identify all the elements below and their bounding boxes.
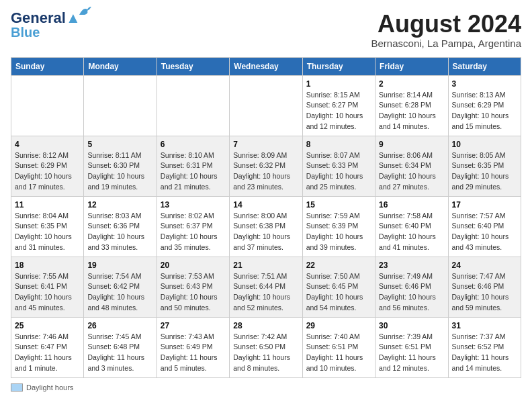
day-number: 14 [233,200,298,210]
calendar-cell: 31Sunrise: 7:37 AMSunset: 6:52 PMDayligh… [448,317,521,377]
calendar-cell: 1Sunrise: 8:15 AMSunset: 6:27 PMDaylight… [302,75,375,136]
logo-text: General▲ [11,9,81,26]
day-number: 31 [452,321,517,330]
calendar-header-row: SundayMondayTuesdayWednesdayThursdayFrid… [11,57,521,75]
day-number: 26 [87,321,152,330]
logo-blue-text: Blue [11,26,40,39]
calendar-cell: 6Sunrise: 8:10 AMSunset: 6:31 PMDaylight… [157,136,229,196]
calendar-col-wednesday: Wednesday [230,57,302,75]
calendar-col-friday: Friday [375,57,448,75]
calendar-cell [157,75,229,136]
day-info: Sunrise: 7:39 AMSunset: 6:51 PMDaylight:… [379,332,444,374]
calendar-cell: 3Sunrise: 8:13 AMSunset: 6:29 PMDaylight… [448,75,521,136]
calendar-cell: 18Sunrise: 7:55 AMSunset: 6:41 PMDayligh… [11,257,84,317]
calendar-cell: 4Sunrise: 8:12 AMSunset: 6:29 PMDaylight… [11,136,84,196]
calendar-cell [84,75,157,136]
day-info: Sunrise: 8:11 AMSunset: 6:30 PMDaylight:… [87,150,152,193]
day-number: 30 [379,321,444,330]
day-info: Sunrise: 7:49 AMSunset: 6:46 PMDaylight:… [379,271,444,314]
day-number: 28 [233,321,298,330]
day-number: 8 [306,140,371,149]
day-info: Sunrise: 8:05 AMSunset: 6:35 PMDaylight:… [452,150,517,193]
day-number: 9 [379,140,444,149]
day-info: Sunrise: 7:51 AMSunset: 6:44 PMDaylight:… [233,271,298,314]
calendar-cell: 29Sunrise: 7:40 AMSunset: 6:51 PMDayligh… [302,317,375,377]
calendar-cell: 9Sunrise: 8:06 AMSunset: 6:34 PMDaylight… [375,136,448,196]
calendar-table: SundayMondayTuesdayWednesdayThursdayFrid… [11,57,521,378]
calendar-cell: 26Sunrise: 7:45 AMSunset: 6:48 PMDayligh… [84,317,157,377]
day-info: Sunrise: 7:37 AMSunset: 6:52 PMDaylight:… [452,332,517,374]
day-number: 1 [306,79,371,89]
day-number: 3 [452,79,517,89]
calendar-cell: 13Sunrise: 8:02 AMSunset: 6:37 PMDayligh… [157,196,229,257]
page-header: General▲ Blue August 2024 Bernasconi, La… [11,11,521,49]
day-number: 10 [452,140,517,149]
day-number: 15 [306,200,371,210]
day-number: 12 [87,200,152,210]
day-info: Sunrise: 8:15 AMSunset: 6:27 PMDaylight:… [306,90,371,132]
calendar-week-5: 25Sunrise: 7:46 AMSunset: 6:47 PMDayligh… [11,317,521,377]
day-number: 19 [87,261,152,270]
calendar-cell: 23Sunrise: 7:49 AMSunset: 6:46 PMDayligh… [375,257,448,317]
day-number: 21 [233,261,298,270]
day-info: Sunrise: 8:10 AMSunset: 6:31 PMDaylight:… [161,150,226,193]
calendar-cell: 7Sunrise: 8:09 AMSunset: 6:32 PMDaylight… [230,136,302,196]
day-info: Sunrise: 7:55 AMSunset: 6:41 PMDaylight:… [15,271,80,314]
day-number: 18 [15,261,80,270]
calendar-cell: 27Sunrise: 7:43 AMSunset: 6:49 PMDayligh… [157,317,229,377]
day-info: Sunrise: 7:42 AMSunset: 6:50 PMDaylight:… [233,332,298,374]
day-info: Sunrise: 7:50 AMSunset: 6:45 PMDaylight:… [306,271,371,314]
day-info: Sunrise: 7:54 AMSunset: 6:42 PMDaylight:… [87,271,152,314]
day-number: 7 [233,140,298,149]
calendar-cell: 21Sunrise: 7:51 AMSunset: 6:44 PMDayligh… [230,257,302,317]
calendar-col-tuesday: Tuesday [157,57,229,75]
day-number: 29 [306,321,371,330]
calendar-col-thursday: Thursday [302,57,375,75]
calendar-week-2: 4Sunrise: 8:12 AMSunset: 6:29 PMDaylight… [11,136,521,196]
calendar-col-saturday: Saturday [448,57,521,75]
day-number: 24 [452,261,517,270]
calendar-col-monday: Monday [84,57,157,75]
day-info: Sunrise: 8:12 AMSunset: 6:29 PMDaylight:… [15,150,80,193]
title-block: August 2024 Bernasconi, La Pampa, Argent… [371,11,521,49]
calendar-cell: 30Sunrise: 7:39 AMSunset: 6:51 PMDayligh… [375,317,448,377]
day-info: Sunrise: 8:14 AMSunset: 6:28 PMDaylight:… [379,90,444,132]
day-info: Sunrise: 7:53 AMSunset: 6:43 PMDaylight:… [161,271,226,314]
calendar-cell: 20Sunrise: 7:53 AMSunset: 6:43 PMDayligh… [157,257,229,317]
calendar-cell: 19Sunrise: 7:54 AMSunset: 6:42 PMDayligh… [84,257,157,317]
day-info: Sunrise: 7:59 AMSunset: 6:39 PMDaylight:… [306,211,371,253]
day-info: Sunrise: 8:13 AMSunset: 6:29 PMDaylight:… [452,90,517,132]
calendar-col-sunday: Sunday [11,57,84,75]
calendar-week-1: 1Sunrise: 8:15 AMSunset: 6:27 PMDaylight… [11,75,521,136]
day-info: Sunrise: 7:43 AMSunset: 6:49 PMDaylight:… [161,332,226,374]
day-info: Sunrise: 8:06 AMSunset: 6:34 PMDaylight:… [379,150,444,193]
day-number: 5 [87,140,152,149]
day-number: 6 [161,140,226,149]
day-info: Sunrise: 7:46 AMSunset: 6:47 PMDaylight:… [15,332,80,374]
calendar-cell: 11Sunrise: 8:04 AMSunset: 6:35 PMDayligh… [11,196,84,257]
day-number: 16 [379,200,444,210]
day-number: 23 [379,261,444,270]
daylight-label: Daylight hours [26,383,73,392]
day-info: Sunrise: 7:45 AMSunset: 6:48 PMDaylight:… [87,332,152,374]
day-info: Sunrise: 7:57 AMSunset: 6:40 PMDaylight:… [452,211,517,253]
day-info: Sunrise: 8:07 AMSunset: 6:33 PMDaylight:… [306,150,371,193]
calendar-cell: 25Sunrise: 7:46 AMSunset: 6:47 PMDayligh… [11,317,84,377]
day-info: Sunrise: 8:00 AMSunset: 6:38 PMDaylight:… [233,211,298,253]
calendar-cell: 14Sunrise: 8:00 AMSunset: 6:38 PMDayligh… [230,196,302,257]
day-info: Sunrise: 8:04 AMSunset: 6:35 PMDaylight:… [15,211,80,253]
calendar-cell: 28Sunrise: 7:42 AMSunset: 6:50 PMDayligh… [230,317,302,377]
calendar-footer: Daylight hours [11,383,521,392]
calendar-cell [11,75,84,136]
calendar-cell: 12Sunrise: 8:03 AMSunset: 6:36 PMDayligh… [84,196,157,257]
calendar-week-4: 18Sunrise: 7:55 AMSunset: 6:41 PMDayligh… [11,257,521,317]
day-number: 17 [452,200,517,210]
daylight-swatch [11,383,23,392]
calendar-cell: 5Sunrise: 8:11 AMSunset: 6:30 PMDaylight… [84,136,157,196]
calendar-cell: 8Sunrise: 8:07 AMSunset: 6:33 PMDaylight… [302,136,375,196]
day-info: Sunrise: 7:40 AMSunset: 6:51 PMDaylight:… [306,332,371,374]
calendar-cell: 16Sunrise: 7:58 AMSunset: 6:40 PMDayligh… [375,196,448,257]
calendar-cell [230,75,302,136]
logo: General▲ Blue [11,11,81,39]
calendar-cell: 15Sunrise: 7:59 AMSunset: 6:39 PMDayligh… [302,196,375,257]
